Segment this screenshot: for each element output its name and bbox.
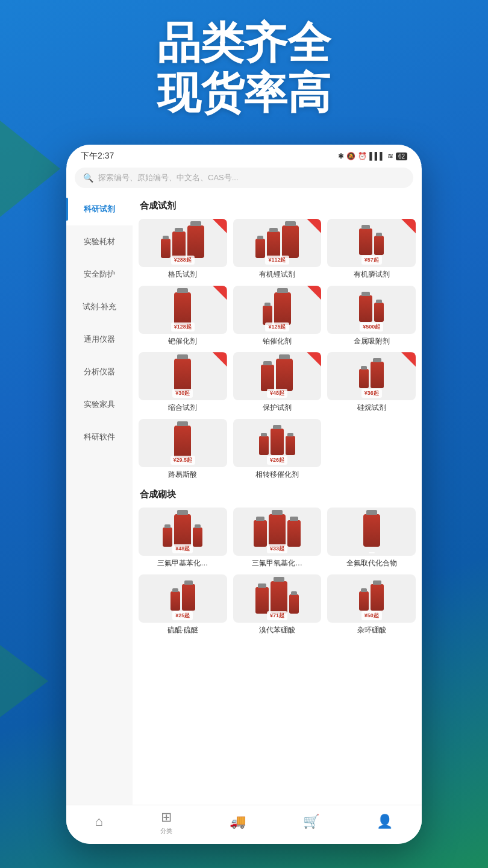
section-title-hecheng-qikuai: 合成砌块 — [139, 489, 416, 500]
sidebar-item-anquan-fanghu[interactable]: 安全防护 — [66, 258, 133, 291]
product-img-sanfu-jiayangji: ¥33起 — [233, 508, 322, 556]
product-ba-cuihua[interactable]: ¥128起 钯催化剂 — [139, 286, 227, 347]
content-area: 科研试剂 实验耗材 安全防护 试剂-补充 通用仪器 分析仪器 实验家具 科研软件 — [66, 193, 422, 832]
sale-badge — [307, 219, 321, 233]
nav-item-delivery[interactable]: 🚚 — [230, 814, 246, 831]
bottle-illus — [170, 584, 195, 613]
bottle-large — [363, 514, 380, 547]
product-youjili-shiji[interactable]: ¥112起 有机锂试剂 — [233, 219, 322, 280]
bottle-small2 — [193, 527, 202, 547]
product-name: 全氟取代化合物 — [346, 559, 397, 568]
bottle-large — [187, 225, 204, 258]
product-name: 路易斯酸 — [168, 470, 197, 480]
alarm-icon: ⏰ — [358, 152, 367, 160]
bottle-small — [163, 527, 172, 547]
bottle-medium — [267, 231, 280, 258]
bottle-illus — [359, 228, 384, 257]
sale-badge — [213, 352, 227, 366]
price-label: ¥30起 — [172, 389, 193, 398]
status-time: 下午2:37 — [81, 151, 114, 162]
sidebar-item-shiji-buchong[interactable]: 试剂-补充 — [66, 291, 133, 323]
price-label: ¥29.5起 — [170, 456, 196, 465]
product-guilan-shiji[interactable]: ¥36起 硅烷试剂 — [327, 352, 416, 413]
product-img-geshi: ¥288起 — [139, 219, 227, 267]
bottle-small — [259, 436, 269, 455]
price-label — [369, 552, 375, 553]
search-bar[interactable]: 🔍 探索编号、原始编号、中文名、CAS号... — [75, 168, 413, 188]
grid-icon: ⊞ — [161, 810, 172, 825]
product-bo-cuihua[interactable]: ¥125起 铂催化剂 — [233, 286, 322, 347]
nav-item-home[interactable]: ⌂ — [95, 814, 103, 831]
product-suohe-shiji[interactable]: ¥30起 缩合试剂 — [139, 352, 227, 413]
product-youjilin-shiji[interactable]: ¥57起 有机膦试剂 — [327, 219, 416, 280]
sidebar-item-shiyan-haucai[interactable]: 实验耗材 — [66, 225, 133, 258]
product-img-guilan: ¥36起 — [327, 352, 416, 400]
product-img-suohe: ¥30起 — [139, 352, 227, 400]
product-img-xiudai: ¥71起 — [233, 574, 322, 623]
hero-section: 品类齐全 现货率高 — [0, 18, 488, 118]
product-name: 杂环硼酸 — [357, 626, 386, 635]
sale-badge — [213, 286, 227, 300]
product-zahuan-pengsuan[interactable]: ¥50起 杂环硼酸 — [327, 574, 416, 635]
product-grid-hecheng-qikuai: ¥48起 三氟甲基苯化… ¥33起 三氟甲氧基化… — [139, 508, 416, 635]
search-icon: 🔍 — [83, 173, 93, 183]
product-name: 钯催化剂 — [168, 337, 197, 347]
product-liuqun-liumi[interactable]: ¥25起 硫醌·硫醚 — [139, 574, 227, 635]
bottle-large — [174, 292, 191, 325]
product-img-sanfu-jiaben: ¥48起 — [139, 508, 227, 556]
nav-item-profile[interactable]: 👤 — [377, 814, 393, 831]
sidebar-item-keyan-ruanjian[interactable]: 科研软件 — [66, 421, 133, 453]
phone-mockup: 下午2:37 ✱ 🔕 ⏰ ▌▌▌ ≋ 62 🔍 探索编号、原始编号、中文名、CA… — [66, 145, 422, 844]
product-quanfu-qudai[interactable]: 全氟取代化合物 — [327, 508, 416, 568]
bottle-illus — [359, 362, 384, 391]
bottle-illus — [359, 295, 384, 324]
nav-label-category: 分类 — [160, 827, 172, 835]
bottle-small — [255, 239, 265, 258]
bottle-medium — [359, 295, 372, 322]
product-name: 有机锂试剂 — [259, 270, 295, 280]
wifi-icon: ≋ — [387, 152, 393, 160]
bottle-small — [359, 591, 369, 611]
sidebar-item-kyan-shiji[interactable]: 科研试剂 — [66, 193, 133, 225]
product-grid-hecheng-shiji: ¥288起 格氏试剂 ¥112起 有机锂试剂 — [139, 219, 416, 479]
price-label: ¥57起 — [361, 256, 382, 265]
product-xiang-zhuanyi-cuihua[interactable]: ¥26起 相转移催化剂 — [233, 419, 322, 480]
sale-badge — [213, 219, 227, 233]
bottle-large — [282, 225, 299, 258]
hero-title: 品类齐全 现货率高 — [0, 18, 488, 118]
bottle-large — [271, 581, 287, 614]
sidebar: 科研试剂 实验耗材 安全防护 试剂-补充 通用仪器 分析仪器 实验家具 科研软件 — [66, 193, 133, 832]
nav-item-cart[interactable]: 🛒 — [303, 814, 319, 831]
cart-icon: 🛒 — [303, 814, 319, 829]
product-xiudai-benpengsuan[interactable]: ¥71起 溴代苯硼酸 — [233, 574, 322, 635]
product-img-bo-cuihua: ¥125起 — [233, 286, 322, 334]
product-sanfu-jiaben[interactable]: ¥48起 三氟甲基苯化… — [139, 508, 227, 568]
product-name: 金属吸附剂 — [354, 337, 390, 347]
product-name: 溴代苯硼酸 — [259, 626, 295, 635]
price-label: ¥33起 — [267, 544, 287, 553]
product-luyisi-suan[interactable]: ¥29.5起 路易斯酸 — [139, 419, 227, 480]
price-label: ¥112起 — [265, 256, 289, 265]
bottle-large — [274, 292, 291, 325]
sidebar-item-fenxi-yiqi[interactable]: 分析仪器 — [66, 356, 133, 388]
product-baohu-shiji[interactable]: ¥48起 保护试剂 — [233, 352, 322, 413]
product-img-liuqun: ¥25起 — [139, 574, 227, 623]
product-name: 相转移催化剂 — [255, 470, 299, 480]
bottle-medium — [255, 587, 269, 614]
product-sanfu-jiayangji[interactable]: ¥33起 三氟甲氧基化… — [233, 508, 322, 568]
nav-item-category[interactable]: ⊞ 分类 — [160, 810, 172, 835]
price-label: ¥48起 — [172, 544, 193, 553]
bottle-large — [174, 359, 191, 391]
bottle-small — [374, 303, 384, 322]
product-img-xiangzhuanyi: ¥26起 — [233, 419, 322, 467]
product-name: 保护试剂 — [263, 403, 292, 413]
status-bar: 下午2:37 ✱ 🔕 ⏰ ▌▌▌ ≋ 62 — [66, 145, 422, 165]
product-geshi-shiji[interactable]: ¥288起 格氏试剂 — [139, 219, 227, 280]
product-img-ba-cuihua: ¥128起 — [139, 286, 227, 334]
bottle-large — [174, 426, 191, 458]
sidebar-item-shiyan-jiaju[interactable]: 实验家具 — [66, 388, 133, 421]
product-jinshu-xifuji[interactable]: ¥500起 金属吸附剂 — [327, 286, 416, 347]
signal-icon: ▌▌▌ — [369, 152, 385, 160]
decoration-triangle-top — [0, 121, 60, 217]
sidebar-item-tongyong-yiqi[interactable]: 通用仪器 — [66, 323, 133, 356]
